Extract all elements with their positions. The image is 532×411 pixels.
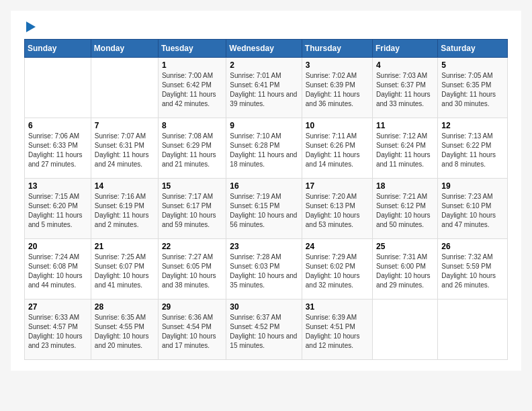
day-number: 11: [376, 121, 434, 130]
day-number: 12: [441, 121, 504, 130]
day-info: Sunrise: 7:23 AMSunset: 6:10 PMDaylight:…: [441, 192, 504, 230]
day-info: Sunrise: 6:39 AMSunset: 4:51 PMDaylight:…: [306, 313, 369, 351]
day-info: Sunrise: 6:37 AMSunset: 4:52 PMDaylight:…: [230, 313, 298, 351]
day-number: 30: [230, 302, 298, 312]
day-info: Sunrise: 7:24 AMSunset: 6:08 PMDaylight:…: [28, 253, 87, 290]
header: [24, 21, 508, 32]
calendar-cell: 10Sunrise: 7:11 AMSunset: 6:26 PMDayligh…: [302, 118, 372, 179]
day-info: Sunrise: 7:31 AMSunset: 6:00 PMDaylight:…: [376, 253, 434, 290]
day-info: Sunrise: 7:15 AMSunset: 6:20 PMDaylight:…: [28, 192, 87, 230]
calendar-cell: 11Sunrise: 7:12 AMSunset: 6:24 PMDayligh…: [372, 118, 437, 179]
calendar-cell: 14Sunrise: 7:16 AMSunset: 6:19 PMDayligh…: [91, 179, 158, 239]
day-info: Sunrise: 7:27 AMSunset: 6:05 PMDaylight:…: [162, 253, 222, 290]
calendar-cell: 19Sunrise: 7:23 AMSunset: 6:10 PMDayligh…: [438, 179, 508, 239]
day-number: 26: [441, 242, 504, 251]
day-number: 15: [162, 181, 222, 191]
logo-line1: [24, 21, 36, 32]
day-number: 7: [95, 121, 154, 130]
calendar-cell: 15Sunrise: 7:17 AMSunset: 6:17 PMDayligh…: [158, 179, 226, 239]
day-info: Sunrise: 7:20 AMSunset: 6:13 PMDaylight:…: [306, 192, 369, 230]
day-number: 31: [306, 302, 369, 312]
calendar-cell: [438, 300, 508, 360]
day-info: Sunrise: 7:16 AMSunset: 6:19 PMDaylight:…: [95, 192, 154, 230]
calendar-week-row: 1Sunrise: 7:00 AMSunset: 6:42 PMDaylight…: [25, 58, 508, 118]
calendar-container: SundayMondayTuesdayWednesdayThursdayFrid…: [11, 11, 521, 371]
day-number: 19: [441, 181, 504, 191]
day-number: 17: [306, 181, 369, 191]
day-number: 4: [376, 60, 434, 70]
calendar-cell: 29Sunrise: 6:36 AMSunset: 4:54 PMDayligh…: [158, 300, 226, 360]
day-number: 1: [162, 60, 222, 70]
calendar-cell: [25, 58, 91, 118]
calendar-cell: 17Sunrise: 7:20 AMSunset: 6:13 PMDayligh…: [302, 179, 372, 239]
calendar-cell: [91, 58, 158, 118]
calendar-cell: 23Sunrise: 7:28 AMSunset: 6:03 PMDayligh…: [226, 239, 302, 300]
weekday-header: Saturday: [438, 40, 508, 58]
day-number: 14: [95, 181, 154, 191]
day-info: Sunrise: 7:19 AMSunset: 6:15 PMDaylight:…: [230, 192, 298, 230]
day-number: 28: [95, 302, 154, 312]
calendar-cell: 3Sunrise: 7:02 AMSunset: 6:39 PMDaylight…: [302, 58, 372, 118]
day-info: Sunrise: 7:25 AMSunset: 6:07 PMDaylight:…: [95, 253, 154, 290]
calendar-cell: 20Sunrise: 7:24 AMSunset: 6:08 PMDayligh…: [25, 239, 91, 300]
day-number: 5: [441, 60, 504, 70]
calendar-cell: 18Sunrise: 7:21 AMSunset: 6:12 PMDayligh…: [372, 179, 437, 239]
day-number: 20: [28, 242, 87, 251]
calendar-cell: 21Sunrise: 7:25 AMSunset: 6:07 PMDayligh…: [91, 239, 158, 300]
calendar-cell: 30Sunrise: 6:37 AMSunset: 4:52 PMDayligh…: [226, 300, 302, 360]
day-info: Sunrise: 7:02 AMSunset: 6:39 PMDaylight:…: [306, 71, 369, 109]
day-number: 10: [306, 121, 369, 130]
calendar-table: SundayMondayTuesdayWednesdayThursdayFrid…: [24, 39, 508, 360]
day-info: Sunrise: 7:10 AMSunset: 6:28 PMDaylight:…: [230, 132, 298, 169]
weekday-header: Thursday: [302, 40, 372, 58]
calendar-cell: [372, 300, 437, 360]
day-number: 24: [306, 242, 369, 251]
day-number: 13: [28, 181, 87, 191]
day-number: 23: [230, 242, 298, 251]
calendar-cell: 31Sunrise: 6:39 AMSunset: 4:51 PMDayligh…: [302, 300, 372, 360]
calendar-cell: 5Sunrise: 7:05 AMSunset: 6:35 PMDaylight…: [438, 58, 508, 118]
weekday-header: Friday: [372, 40, 437, 58]
day-info: Sunrise: 7:12 AMSunset: 6:24 PMDaylight:…: [376, 132, 434, 169]
day-info: Sunrise: 7:21 AMSunset: 6:12 PMDaylight:…: [376, 192, 434, 230]
day-number: 22: [162, 242, 222, 251]
day-info: Sunrise: 7:07 AMSunset: 6:31 PMDaylight:…: [95, 132, 154, 169]
day-number: 29: [162, 302, 222, 312]
calendar-week-row: 13Sunrise: 7:15 AMSunset: 6:20 PMDayligh…: [25, 179, 508, 239]
calendar-cell: 4Sunrise: 7:03 AMSunset: 6:37 PMDaylight…: [372, 58, 437, 118]
calendar-cell: 25Sunrise: 7:31 AMSunset: 6:00 PMDayligh…: [372, 239, 437, 300]
day-info: Sunrise: 7:11 AMSunset: 6:26 PMDaylight:…: [306, 132, 369, 169]
day-number: 2: [230, 60, 298, 70]
calendar-cell: 24Sunrise: 7:29 AMSunset: 6:02 PMDayligh…: [302, 239, 372, 300]
calendar-cell: 1Sunrise: 7:00 AMSunset: 6:42 PMDaylight…: [158, 58, 226, 118]
calendar-week-row: 20Sunrise: 7:24 AMSunset: 6:08 PMDayligh…: [25, 239, 508, 300]
day-info: Sunrise: 7:01 AMSunset: 6:41 PMDaylight:…: [230, 71, 298, 109]
day-info: Sunrise: 6:36 AMSunset: 4:54 PMDaylight:…: [162, 313, 222, 351]
calendar-cell: 13Sunrise: 7:15 AMSunset: 6:20 PMDayligh…: [25, 179, 91, 239]
calendar-cell: 26Sunrise: 7:32 AMSunset: 5:59 PMDayligh…: [438, 239, 508, 300]
day-info: Sunrise: 7:28 AMSunset: 6:03 PMDaylight:…: [230, 253, 298, 290]
calendar-cell: 16Sunrise: 7:19 AMSunset: 6:15 PMDayligh…: [226, 179, 302, 239]
weekday-header: Tuesday: [158, 40, 226, 58]
weekday-header: Monday: [91, 40, 158, 58]
calendar-cell: 8Sunrise: 7:08 AMSunset: 6:29 PMDaylight…: [158, 118, 226, 179]
day-number: 8: [162, 121, 222, 130]
weekday-header: Wednesday: [226, 40, 302, 58]
day-number: 16: [230, 181, 298, 191]
calendar-cell: 7Sunrise: 7:07 AMSunset: 6:31 PMDaylight…: [91, 118, 158, 179]
day-info: Sunrise: 7:13 AMSunset: 6:22 PMDaylight:…: [441, 132, 504, 169]
logo: [24, 21, 36, 32]
day-number: 9: [230, 121, 298, 130]
calendar-cell: 2Sunrise: 7:01 AMSunset: 6:41 PMDaylight…: [226, 58, 302, 118]
calendar-cell: 9Sunrise: 7:10 AMSunset: 6:28 PMDaylight…: [226, 118, 302, 179]
day-info: Sunrise: 7:32 AMSunset: 5:59 PMDaylight:…: [441, 253, 504, 290]
day-info: Sunrise: 6:33 AMSunset: 4:57 PMDaylight:…: [28, 313, 87, 351]
day-info: Sunrise: 7:00 AMSunset: 6:42 PMDaylight:…: [162, 71, 222, 109]
calendar-cell: 6Sunrise: 7:06 AMSunset: 6:33 PMDaylight…: [25, 118, 91, 179]
day-info: Sunrise: 6:35 AMSunset: 4:55 PMDaylight:…: [95, 313, 154, 351]
calendar-week-row: 6Sunrise: 7:06 AMSunset: 6:33 PMDaylight…: [25, 118, 508, 179]
day-number: 25: [376, 242, 434, 251]
day-number: 3: [306, 60, 369, 70]
day-info: Sunrise: 7:05 AMSunset: 6:35 PMDaylight:…: [441, 71, 504, 109]
day-info: Sunrise: 7:17 AMSunset: 6:17 PMDaylight:…: [162, 192, 222, 230]
